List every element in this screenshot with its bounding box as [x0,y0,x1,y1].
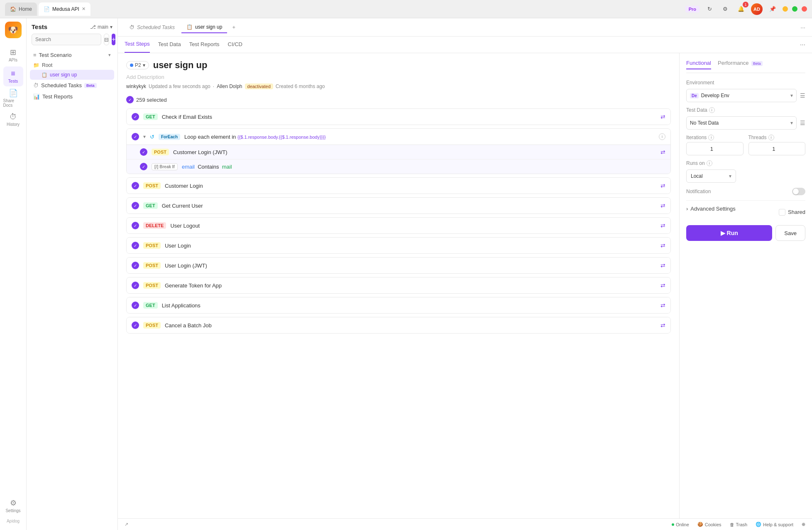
sidebar-item-scheduled-tasks[interactable]: ⏱ Scheduled Tasks Beta [30,80,114,91]
test-scenario-icon: ≡ [33,52,37,58]
refresh-icon[interactable]: ↻ [704,3,715,15]
reports-icon: 📊 [33,93,40,100]
env-menu-icon[interactable]: ☰ [800,92,805,99]
expand-status-icon[interactable]: ⊕ [802,522,805,527]
notification-icon[interactable]: 🔔 1 [735,3,747,15]
step-user-login-row[interactable]: ✓ POST User Login ⇄ [127,238,670,253]
minimize-button[interactable] [783,6,788,12]
help-item[interactable]: 🌐 Help & support [756,522,793,527]
user-sign-up-item[interactable]: 📋 user sign up [30,70,114,80]
step-action-token[interactable]: ⇄ [660,282,665,289]
step-method-get-current: GET [143,202,158,209]
pin-icon[interactable]: 📌 [767,3,778,15]
step-foreach: ✓ ▾ ↺ ForEach Loop each element in {{$.1… [126,128,671,174]
new-tab-button[interactable]: + [229,22,239,32]
foreach-loop-icon: ↺ [150,134,154,140]
step-customer-login: ✓ POST Customer Login ⇄ [126,177,671,194]
trash-item[interactable]: 🗑 Trash [730,522,748,527]
step-cancel-batch-row[interactable]: ✓ POST Cancel a Batch Job ⇄ [127,317,670,333]
step-action-login-jwt[interactable]: ⇄ [660,262,665,269]
add-description-field[interactable]: Add Description [126,74,671,80]
step-generate-token-row[interactable]: ✓ POST Generate Token for App ⇄ [127,277,670,293]
step-method-delete: DELETE [143,222,166,229]
sidebar-item-test-reports[interactable]: 📊 Test Reports [30,91,114,102]
panel-tab-functional[interactable]: Functional [686,60,711,69]
run-button[interactable]: ▶ Run [686,225,772,241]
sidebar-item-history[interactable]: ⏱ History [3,110,23,130]
user-avatar[interactable]: AD [751,3,763,15]
sidebar-item-settings[interactable]: ⚙ Settings [3,496,23,515]
sub-tab-test-data[interactable]: Test Data [158,37,181,53]
tab-more-button[interactable]: ··· [800,24,805,31]
sub-tabs-more-icon[interactable]: ⋯ [800,42,805,48]
nested-action-icon[interactable]: ⇄ [660,149,665,155]
expand-icon[interactable]: ↗ [125,522,128,527]
runs-on-info-icon[interactable]: i [707,160,712,166]
step-foreach-row[interactable]: ✓ ▾ ↺ ForEach Loop each element in {{$.1… [127,129,670,145]
step-action-logout[interactable]: ⇄ [660,222,665,229]
breakif-check-icon: ✓ [140,163,147,170]
panel-tab-performance[interactable]: Performance Beta [718,60,763,69]
environment-select[interactable]: De Develop Env ▾ [686,89,797,102]
sidebar-item-test-scenario[interactable]: ≡ Test Scenario ▾ [30,49,114,61]
search-input[interactable] [32,34,101,45]
step-action-login[interactable]: ⇄ [660,242,665,249]
step-action-list-apps[interactable]: ⇄ [660,302,665,309]
root-folder-item[interactable]: 📁 Root [30,61,114,70]
ci-cd-tab-label: CI/CD [228,41,242,47]
tab-close-icon[interactable]: ✕ [82,6,86,12]
meta-separator: · [213,83,214,89]
notification-toggle[interactable] [792,188,805,195]
performance-tab-label: Performance [718,60,748,66]
test-header: P2 ▾ user sign up [126,60,671,71]
sub-tab-ci-cd[interactable]: CI/CD [228,37,242,53]
test-file-icon: 📋 [42,72,47,78]
nested-step-customer-login-jwt[interactable]: ✓ POST Customer Login (JWT) ⇄ [127,145,670,159]
sidebar-item-apis[interactable]: ⊞ APIs [3,45,23,65]
foreach-check-icon: ✓ [132,133,139,140]
threads-info-icon[interactable]: i [768,135,774,140]
tab-medusa[interactable]: 📄 Medusa API ✕ [39,2,90,16]
branch-selector[interactable]: ⎇ main ▾ [90,24,113,30]
environment-row: De Develop Env ▾ ☰ [686,89,805,102]
threads-input[interactable] [748,142,806,155]
doc-tab-scheduled-tasks[interactable]: ⏱ Scheduled Tasks [125,22,180,33]
save-button[interactable]: Save [775,225,805,241]
step-action-current[interactable]: ⇄ [660,202,665,209]
test-data-menu-icon[interactable]: ☰ [800,120,805,126]
maximize-button[interactable] [792,6,797,12]
settings-browser-icon[interactable]: ⚙ [719,3,731,15]
filter-button[interactable]: ⊟ [104,34,109,45]
runs-on-select[interactable]: Local ▾ [686,169,736,183]
advanced-settings-toggle[interactable]: › Advanced Settings [686,206,736,212]
step-check-email-row[interactable]: ✓ GET Check if Email Exists ⇄ [127,109,670,125]
step-action-batch[interactable]: ⇄ [660,322,665,329]
step-user-login-jwt-row[interactable]: ✓ POST User Login (JWT) ⇄ [127,258,670,273]
priority-selector[interactable]: P2 ▾ [126,61,149,69]
sub-tab-test-steps[interactable]: Test Steps [125,37,150,53]
cookies-item[interactable]: 🍪 Cookies [697,522,722,527]
test-data-select[interactable]: No Test Data ▾ [686,116,797,130]
tab-home[interactable]: 🏠 Home [5,2,37,16]
iterations-input[interactable] [686,142,744,155]
step-action-customer[interactable]: ⇄ [660,182,665,189]
step-list-applications-row[interactable]: ✓ GET List Applications ⇄ [127,297,670,313]
breakif-method-label: [/] Break If [152,163,178,170]
sidebar-item-tests[interactable]: ≡ Tests [3,66,23,86]
nested-step-break-if[interactable]: ✓ [/] Break If email Contains mail [127,159,670,174]
foreach-expand-icon[interactable]: ▾ [143,134,146,140]
test-data-info-icon[interactable]: i [709,107,715,113]
step-user-logout-row[interactable]: ✓ DELETE User Logout ⇄ [127,218,670,233]
step-customer-login-row[interactable]: ✓ POST Customer Login ⇄ [127,178,670,194]
sub-tab-test-reports[interactable]: Test Reports [189,37,220,53]
close-button[interactable] [802,6,807,12]
shared-checkbox[interactable] [779,209,785,216]
step-action-icon[interactable]: ⇄ [660,113,665,120]
status-bar: ↗ Online 🍪 Cookies 🗑 Trash 🌐 Help & supp… [118,518,812,530]
sidebar-item-share-docs[interactable]: 📄 Share Docs [3,88,23,108]
online-status[interactable]: Online [672,522,689,527]
iterations-info-icon[interactable]: i [708,135,714,140]
doc-tab-user-sign-up[interactable]: 📋 user sign up [181,22,227,33]
step-get-current-user-row[interactable]: ✓ GET Get Current User ⇄ [127,198,670,213]
add-button[interactable]: + [112,34,115,45]
